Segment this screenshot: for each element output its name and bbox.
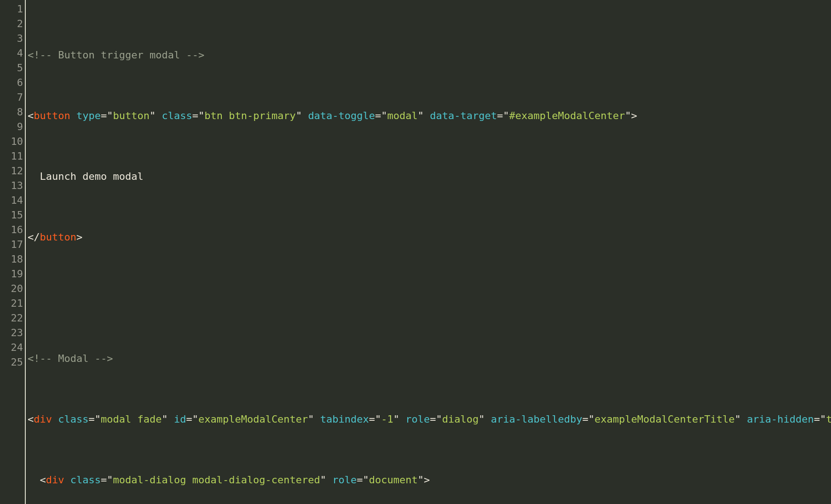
line-number: 5 xyxy=(0,61,23,75)
line-number: 3 xyxy=(0,31,23,46)
code-editor[interactable]: 1234567891011121314151617181920212223242… xyxy=(0,0,831,504)
line-number: 18 xyxy=(0,252,23,267)
code-line: Launch demo modal xyxy=(28,169,831,184)
code-line: <!-- Modal --> xyxy=(28,351,831,366)
line-number: 14 xyxy=(0,193,23,208)
line-number: 17 xyxy=(0,237,23,252)
line-number: 24 xyxy=(0,340,23,355)
line-number: 9 xyxy=(0,120,23,134)
code-line: <div class="modal-dialog modal-dialog-ce… xyxy=(28,473,831,487)
code-line: <!-- Button trigger modal --> xyxy=(28,48,831,63)
line-number: 15 xyxy=(0,208,23,223)
line-number: 10 xyxy=(0,134,23,149)
line-number: 13 xyxy=(0,178,23,193)
line-number: 21 xyxy=(0,296,23,311)
line-number: 4 xyxy=(0,46,23,61)
code-line: <div class="modal fade" id="exampleModal… xyxy=(28,412,831,427)
line-number: 16 xyxy=(0,223,23,237)
line-number: 25 xyxy=(0,355,23,370)
code-line: </button> xyxy=(28,230,831,245)
code-area[interactable]: <!-- Button trigger modal --> <button ty… xyxy=(26,0,831,504)
code-line xyxy=(28,291,831,305)
line-number: 2 xyxy=(0,17,23,31)
line-number: 7 xyxy=(0,90,23,105)
line-number: 20 xyxy=(0,281,23,296)
line-number: 23 xyxy=(0,326,23,340)
line-number: 1 xyxy=(0,2,23,17)
code-line: <button type="button" class="btn btn-pri… xyxy=(28,109,831,123)
line-number: 11 xyxy=(0,149,23,164)
comment-token: <!-- Button trigger modal --> xyxy=(28,49,204,61)
line-number: 22 xyxy=(0,311,23,326)
line-number: 8 xyxy=(0,105,23,120)
line-number: 6 xyxy=(0,75,23,90)
line-number: 19 xyxy=(0,267,23,281)
line-number-gutter: 1234567891011121314151617181920212223242… xyxy=(0,0,26,504)
line-number: 12 xyxy=(0,164,23,178)
comment-token: <!-- Modal --> xyxy=(28,353,113,364)
